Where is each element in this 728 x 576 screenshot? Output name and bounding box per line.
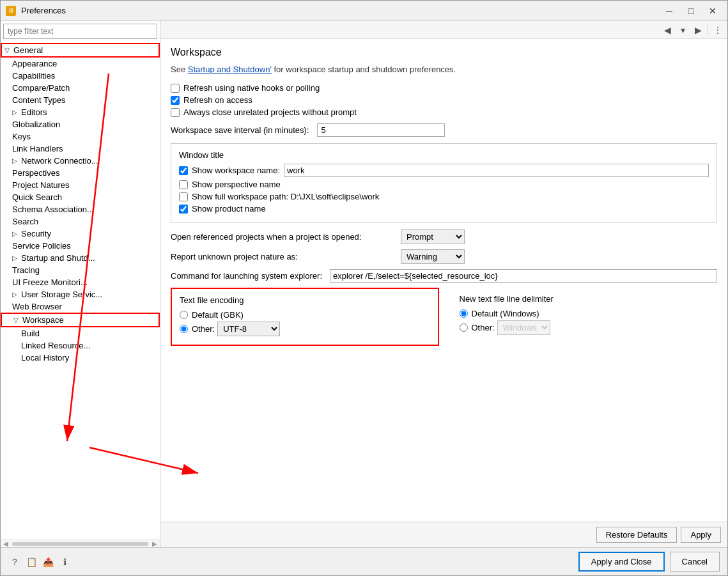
sidebar-item-search[interactable]: Search	[1, 215, 160, 228]
encoding-select[interactable]: UTF-8 ISO-8859-1 US-ASCII UTF-16 UTF-16B…	[217, 322, 280, 336]
sidebar-item-linked-resources[interactable]: Linked Resource...	[1, 339, 160, 352]
sidebar-item-label: Network Connectio...	[21, 156, 98, 166]
sidebar-item-label: Content Types	[12, 95, 66, 105]
sidebar-item-globalization[interactable]: Globalization	[1, 118, 160, 130]
sidebar-item-quick-search[interactable]: Quick Search	[1, 191, 160, 203]
forward-button[interactable]: ▶	[691, 23, 705, 37]
show-perspective-name-checkbox[interactable]	[179, 180, 188, 189]
show-workspace-name-label: Show workspace name:	[192, 166, 280, 175]
apply-close-button[interactable]: Apply and Close	[578, 552, 665, 572]
report-unknown-select[interactable]: Warning Error Info Ignore	[401, 249, 465, 264]
expand-icon: ▷	[12, 230, 20, 237]
refresh-native-label: Refresh using native hooks or polling	[183, 83, 320, 93]
newline-box: New text file line delimiter Default (Wi…	[452, 288, 718, 346]
refresh-access-checkbox[interactable]	[171, 96, 180, 105]
newline-other-radio[interactable]	[460, 323, 468, 332]
help-icon[interactable]: ?	[8, 556, 21, 568]
command-input[interactable]	[330, 269, 717, 283]
open-referenced-label: Open referenced projects when a project …	[171, 232, 401, 242]
newline-select[interactable]: Windows Unix Mac	[497, 320, 550, 335]
show-product-name-checkbox[interactable]	[179, 205, 188, 214]
sidebar-item-link-handlers[interactable]: Link Handlers	[1, 143, 160, 155]
command-row: Command for launching system explorer:	[171, 269, 717, 283]
sidebar-item-build[interactable]: Build	[1, 327, 160, 339]
encoding-other-radio[interactable]	[180, 325, 188, 333]
encoding-default-radio[interactable]	[180, 311, 188, 319]
cancel-button[interactable]: Cancel	[670, 552, 720, 572]
show-perspective-name-label: Show perspective name	[192, 180, 281, 189]
checkbox-close-unrelated: Always close unrelated projects without …	[171, 107, 717, 117]
workspace-name-input[interactable]	[284, 164, 709, 177]
content-title: Workspace	[171, 47, 717, 58]
newline-default-label: Default (Windows)	[472, 309, 539, 318]
sidebar-item-schema[interactable]: Schema Association...	[1, 203, 160, 215]
sidebar-item-tracing[interactable]: Tracing	[1, 264, 160, 276]
sidebar-item-label: Project Natures	[12, 180, 70, 190]
sidebar-item-editors[interactable]: ▷ Editors	[1, 106, 160, 118]
show-workspace-name-checkbox[interactable]	[179, 166, 188, 175]
info-icon[interactable]: ℹ	[58, 556, 71, 568]
sidebar-item-label: Compare/Patch	[12, 83, 70, 93]
close-unrelated-checkbox[interactable]	[171, 108, 180, 117]
sidebar-item-label: User Storage Servic...	[21, 290, 102, 299]
footer-icons: ? 📋 📤 ℹ	[8, 556, 71, 568]
sidebar-item-general[interactable]: ▽ General	[1, 43, 160, 58]
back-dropdown-button[interactable]: ▾	[676, 23, 690, 37]
restore-defaults-button[interactable]: Restore Defaults	[596, 527, 678, 543]
save-interval-label: Workspace save interval (in minutes):	[171, 125, 309, 135]
sidebar-item-keys[interactable]: Keys	[1, 130, 160, 143]
sidebar-item-content-types[interactable]: Content Types	[1, 94, 160, 106]
sidebar-item-service-policies[interactable]: Service Policies	[1, 240, 160, 252]
sidebar-item-local-history[interactable]: Local History	[1, 352, 160, 364]
sidebar-item-user-storage[interactable]: ▷ User Storage Servic...	[1, 288, 160, 300]
sidebar-item-web-browser[interactable]: Web Browser	[1, 300, 160, 313]
sidebar-scrollbar[interactable]: ◀ ▶	[1, 540, 160, 547]
startup-shutdown-link[interactable]: Startup and Shutdown'	[188, 65, 272, 74]
newline-default-radio[interactable]	[460, 309, 468, 318]
footer-buttons: Apply and Close Cancel	[578, 552, 720, 572]
sidebar-item-label: Service Policies	[12, 241, 71, 251]
sidebar-item-capabilities[interactable]: Capabilities	[1, 70, 160, 82]
back-button[interactable]: ◀	[660, 23, 674, 37]
sidebar-item-network[interactable]: ▷ Network Connectio...	[1, 155, 160, 167]
close-button[interactable]: ✕	[703, 4, 722, 18]
bottom-bar: Restore Defaults Apply	[160, 522, 727, 547]
sidebar-item-label: Local History	[21, 353, 69, 362]
sidebar-item-workspace[interactable]: ▽ Workspace	[1, 313, 160, 327]
save-interval-row: Workspace save interval (in minutes):	[171, 123, 717, 137]
sidebar-item-label: Perspectives	[12, 168, 59, 178]
report-unknown-label: Report unknown project nature as:	[171, 252, 401, 261]
apply-button[interactable]: Apply	[681, 527, 721, 543]
more-button[interactable]: ⋮	[711, 23, 725, 37]
sidebar-item-project-natures[interactable]: Project Natures	[1, 179, 160, 191]
open-referenced-select[interactable]: Prompt Always Never	[401, 230, 465, 244]
sidebar-item-label: Capabilities	[12, 71, 55, 81]
content-toolbar: ◀ ▾ ▶ ⋮	[160, 21, 727, 39]
preferences-window: ⚙ Preferences ─ □ ✕ ▽ General Appearance	[0, 0, 728, 576]
sidebar-item-perspectives[interactable]: Perspectives	[1, 167, 160, 179]
footer: ? 📋 📤 ℹ Apply and Close Cancel	[1, 547, 727, 575]
window-icon: ⚙	[6, 6, 16, 16]
export-icon[interactable]: 📤	[42, 556, 54, 568]
sidebar: ▽ General Appearance Capabilities Compar…	[1, 21, 160, 547]
encoding-default-label: Default (GBK)	[192, 310, 244, 320]
sidebar-item-ui-freeze[interactable]: UI Freeze Monitori...	[1, 276, 160, 288]
window-title-label: Window title	[179, 150, 709, 160]
open-referenced-row: Open referenced projects when a project …	[171, 230, 717, 244]
doc-icon[interactable]: 📋	[25, 556, 38, 568]
sidebar-item-security[interactable]: ▷ Security	[1, 228, 160, 240]
maximize-button[interactable]: □	[681, 4, 701, 18]
show-full-path-checkbox[interactable]	[179, 192, 188, 201]
sidebar-item-label: Appearance	[12, 59, 57, 68]
minimize-button[interactable]: ─	[660, 4, 679, 18]
sidebar-item-startup[interactable]: ▷ Startup and Shutd...	[1, 252, 160, 264]
sidebar-item-compare-patch[interactable]: Compare/Patch	[1, 82, 160, 94]
refresh-native-checkbox[interactable]	[171, 84, 180, 93]
sidebar-item-appearance[interactable]: Appearance	[1, 58, 160, 70]
filter-input[interactable]	[3, 24, 157, 39]
encoding-label: Text file encoding	[180, 295, 430, 305]
sidebar-item-label: Startup and Shutd...	[21, 253, 95, 263]
encoding-other-row: Other: UTF-8 ISO-8859-1 US-ASCII UTF-16 …	[180, 322, 430, 336]
save-interval-input[interactable]	[317, 123, 445, 137]
encoding-default-row: Default (GBK)	[180, 310, 430, 320]
